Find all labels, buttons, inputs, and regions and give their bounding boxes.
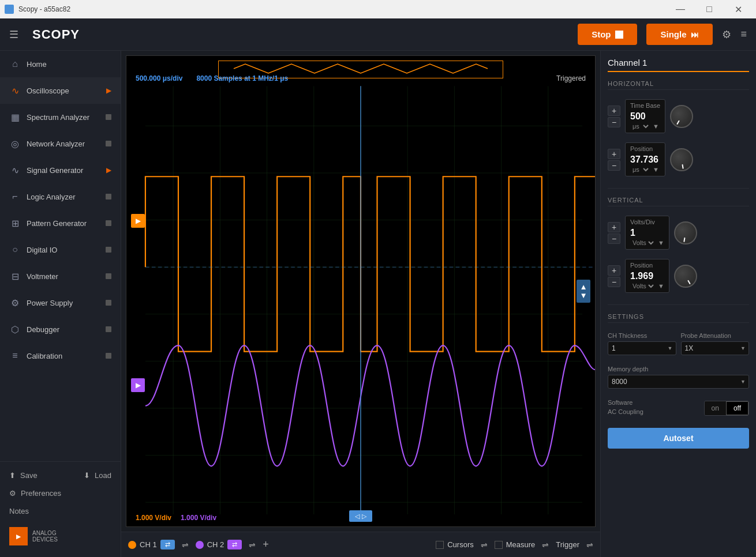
probe-att-select[interactable]: 1X10X100X [681,341,750,355]
sidebar-item-home[interactable]: ⌂ Home [0,51,121,77]
sidebar-item-logic[interactable]: ⌐ Logic Analyzer [0,183,121,210]
notes-action[interactable]: Notes [0,502,121,520]
v-position-knob[interactable] [674,265,697,288]
sidebar-item-spectrum[interactable]: ▦ Spectrum Analyzer [0,104,121,130]
scope-footer: 1.000 V/div 1.000 V/div [136,514,216,522]
probe-att-select-wrapper: 1X10X100X [681,341,750,355]
single-button[interactable]: Single ⏭ [646,24,713,45]
sidebar-item-calibration[interactable]: ≡ Calibration [0,343,121,369]
measure-settings-icon[interactable]: ⇌ [542,540,549,550]
app-icon [5,5,14,14]
scope-nav-right-button[interactable]: ▲ ▼ [577,280,590,303]
trigger-settings-icon[interactable]: ⇌ [586,540,593,550]
settings-lines-icon[interactable]: ≡ [740,28,747,40]
volts-div-minus[interactable]: − [608,234,620,244]
vertical-section-title: VERTICAL [608,197,749,206]
sidebar-item-pattern[interactable]: ⊞ Pattern Generator [0,210,121,236]
sidebar-item-network[interactable]: ◎ Network Analyzer [0,130,121,157]
time-base-plus[interactable]: + [608,106,620,116]
gear-icon[interactable]: ⚙ [722,28,731,41]
oscilloscope-arrow-icon: ▶ [106,86,111,95]
save-action[interactable]: ⬆ Save ⬇ Load [0,466,121,484]
time-base-value[interactable]: 500 [630,111,660,122]
ch2-sync-icon[interactable]: ⇌ [249,540,256,550]
preferences-action[interactable]: ⚙ Preferences [0,484,121,502]
ch2-dot [196,541,204,549]
sidebar-item-power[interactable]: ⚙ Power Supply [0,289,121,316]
scope-triggered: Triggered [556,74,586,82]
measure-checkbox-box [495,541,503,549]
voltmeter-icon: ⊟ [9,270,21,282]
ch1-sync-icon[interactable]: ⇌ [182,540,189,550]
sidebar-item-debugger[interactable]: ⬡ Debugger [0,316,121,343]
sidebar-item-digital[interactable]: ○ Digital IO [0,236,121,263]
v-position-label: Position [630,262,664,269]
sidebar-label-voltmeter: Voltmeter [27,272,100,281]
measure-label: Measure [506,540,536,549]
time-base-stepper: + − [608,106,620,127]
h-position-value-box: Position 37.736 μsms ▼ [625,142,665,176]
save-label: Save [20,471,38,480]
sidebar-item-signal[interactable]: ∿ Signal Generator ▶ [0,157,121,183]
volts-div-knob[interactable] [674,221,697,244]
v-position-stepper: + − [608,265,620,287]
load-icon: ⬇ [84,471,90,480]
v-position-minus[interactable]: − [608,277,620,287]
volts-div-value[interactable]: 1 [630,228,664,238]
ch1-expand-button[interactable]: ▶ [131,214,145,228]
probe-att-col: Probe Attenuation 1X10X100X [681,332,750,355]
time-base-minus[interactable]: − [608,117,620,127]
h-position-stepper: + − [608,149,620,171]
horizontal-section-title: HORIZONTAL [608,80,749,90]
scope-info: 500.000 μs/div 8000 Samples at 1 MHz/1 μ… [136,74,288,82]
v-position-value[interactable]: 1.969 [630,271,664,281]
minimize-button[interactable]: — [667,0,694,18]
time-base-unit-select[interactable]: μsmss [630,122,650,130]
h-position-unit-select[interactable]: μsms [630,165,650,174]
ch2-expand-button[interactable]: ▶ [131,378,145,392]
v-position-dropdown-icon: ▼ [658,283,664,289]
ac-coupling-off-button[interactable]: off [726,401,748,415]
v-position-plus[interactable]: + [608,265,620,276]
oscilloscope-icon: ∿ [9,85,21,96]
sidebar-label-signal: Signal Generator [27,166,100,175]
time-base-knob[interactable] [670,105,693,128]
cursors-settings-icon[interactable]: ⇌ [481,540,488,550]
network-indicator [106,141,111,146]
analog-devices-logo: ▶ ANALOGDEVICES [0,520,121,552]
v-position-unit-select[interactable]: VoltsmV [630,282,656,290]
autoset-button[interactable]: Autoset [608,428,749,449]
measure-checkbox[interactable]: Measure [495,540,536,549]
memory-depth-select[interactable]: 80001600032000 [608,375,749,389]
voltmeter-indicator [106,273,111,279]
vp-knob-indicator [687,280,691,284]
h-position-knob[interactable] [670,148,693,171]
ch1-settings-button[interactable]: ⇄ [160,540,175,550]
scope-cursor-button[interactable]: ◁ ▷ [349,510,372,522]
time-base-label: Time Base [630,102,660,109]
h-position-minus[interactable]: − [608,160,620,171]
menu-icon[interactable]: ☰ [9,28,18,41]
add-channel-button[interactable]: + [263,539,269,551]
cursors-checkbox[interactable]: Cursors [436,540,474,549]
power-icon: ⚙ [9,297,21,308]
h-position-value[interactable]: 37.736 [630,155,660,165]
maximize-button[interactable]: □ [696,0,723,18]
volts-div-dropdown-icon: ▼ [658,239,664,246]
stop-button[interactable]: Stop [578,24,637,45]
close-button[interactable]: ✕ [725,0,751,18]
ch-thickness-select[interactable]: 123 [608,341,676,355]
ac-coupling-row: Software AC Coupling on off [608,399,749,417]
volts-div-unit-select[interactable]: VoltsmV [630,239,656,247]
ch1-footer-label: 1.000 V/div [136,514,171,522]
volts-div-plus[interactable]: + [608,222,620,232]
ac-coupling-on-button[interactable]: on [705,401,726,415]
sidebar-item-voltmeter[interactable]: ⊟ Voltmeter [0,263,121,289]
sidebar-label-power: Power Supply [27,299,100,307]
cursors-label: Cursors [447,540,474,549]
ch2-settings-button[interactable]: ⇄ [227,540,242,550]
time-base-value-box: Time Base 500 μsmss ▼ [625,99,665,133]
h-position-plus[interactable]: + [608,149,620,159]
sidebar-label-logic: Logic Analyzer [27,193,100,201]
sidebar-item-oscilloscope[interactable]: ∿ Oscilloscope ▶ [0,77,121,104]
